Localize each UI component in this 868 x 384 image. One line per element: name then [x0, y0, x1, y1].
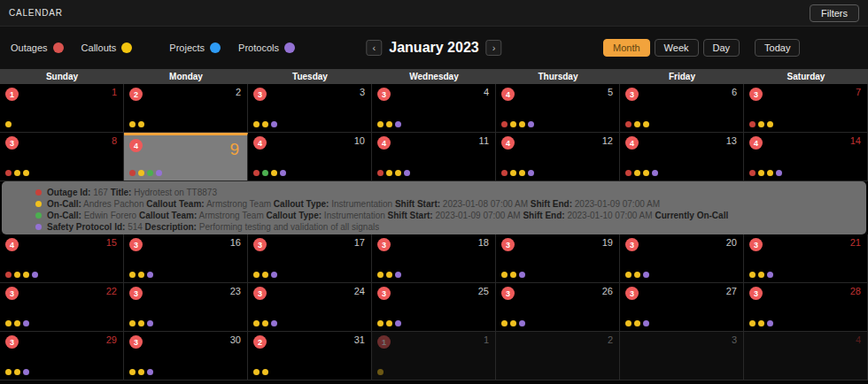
event-dots — [501, 170, 534, 176]
day-cell-16[interactable]: 316 — [124, 234, 248, 283]
event-dots — [625, 272, 649, 278]
month-title: January 2023 — [389, 40, 478, 56]
day-cell-10[interactable]: 410 — [248, 133, 372, 181]
day-cell-11[interactable]: 411 — [372, 133, 496, 181]
view-button-month[interactable]: Month — [603, 39, 650, 57]
yellow-event-dot — [138, 272, 144, 278]
yellow-event-dot — [377, 320, 384, 326]
day-cell-17[interactable]: 317 — [248, 234, 372, 283]
event-count-badge: 3 — [625, 287, 639, 300]
day-cell-25[interactable]: 325 — [372, 283, 496, 332]
app-title: CALENDAR — [9, 8, 63, 18]
day-cell-5[interactable]: 45 — [496, 84, 620, 133]
day-cell-13[interactable]: 413 — [620, 133, 744, 181]
day-cell-next-3[interactable]: 3 — [620, 332, 744, 380]
yellow-event-dot — [253, 272, 260, 278]
purple-event-dot — [271, 272, 277, 278]
legend-item-outages: Outages — [11, 42, 64, 53]
yellow-dot-icon — [35, 201, 42, 207]
day-cell-next-2[interactable]: 2 — [496, 332, 620, 380]
legend-dot-projects-icon — [210, 42, 221, 53]
event-count-badge: 4 — [501, 136, 515, 150]
event-dots — [5, 170, 29, 176]
day-number: 2 — [236, 87, 241, 97]
event-dots — [377, 369, 384, 375]
day-cell-4[interactable]: 34 — [372, 84, 496, 133]
day-number: 20 — [726, 237, 737, 248]
legend-dot-callouts-icon — [121, 42, 132, 53]
yellow-event-dot — [271, 170, 277, 176]
event-dots — [501, 121, 534, 127]
event-count-badge: 4 — [625, 136, 639, 150]
day-cell-7[interactable]: 37 — [744, 84, 868, 133]
day-header-row: SundayMondayTuesdayWednesdayThursdayFrid… — [0, 69, 868, 84]
yellow-event-dot — [501, 320, 508, 326]
red-event-dot — [501, 170, 508, 176]
day-cell-12[interactable]: 412 — [496, 133, 620, 181]
day-cell-14[interactable]: 414 — [744, 133, 868, 181]
day-cell-2[interactable]: 22 — [124, 84, 248, 133]
day-cell-30[interactable]: 330 — [124, 332, 248, 380]
yellow-event-dot — [510, 272, 516, 278]
yellow-event-dot — [5, 320, 12, 326]
filters-button[interactable]: Filters — [810, 4, 859, 22]
day-cell-26[interactable]: 326 — [496, 283, 620, 332]
yellow-event-dot — [510, 320, 516, 326]
day-number: 16 — [230, 237, 241, 248]
day-number: 29 — [106, 334, 117, 345]
yellow-event-dot — [386, 320, 392, 326]
event-count-badge: 1 — [377, 335, 391, 349]
red-event-dot — [749, 121, 756, 127]
day-cell-20[interactable]: 320 — [620, 234, 744, 283]
day-cell-next-4[interactable]: 4 — [744, 332, 868, 380]
legend-dot-outages-icon — [53, 42, 64, 53]
day-number: 11 — [479, 135, 489, 146]
event-count-badge: 4 — [749, 136, 763, 150]
day-cell-18[interactable]: 318 — [372, 234, 496, 283]
day-cell-31[interactable]: 231 — [248, 332, 372, 380]
yellow-event-dot — [253, 369, 260, 375]
yellow-event-dot — [510, 170, 516, 176]
day-cell-22[interactable]: 322 — [0, 283, 124, 332]
day-cell-28[interactable]: 328 — [744, 283, 868, 332]
day-cell-21[interactable]: 321 — [744, 234, 868, 283]
legend: OutagesCalloutsProjectsProtocols — [0, 42, 313, 53]
day-cell-19[interactable]: 319 — [496, 234, 620, 283]
legend-label-outages: Outages — [11, 42, 48, 53]
event-dots — [749, 121, 773, 127]
event-count-badge: 2 — [253, 335, 267, 349]
day-cell-27[interactable]: 327 — [620, 283, 744, 332]
yellow-event-dot — [14, 272, 20, 278]
day-number: 19 — [602, 237, 613, 248]
view-button-day[interactable]: Day — [703, 39, 740, 57]
purple-event-dot — [395, 272, 401, 278]
day-cell-9[interactable]: 49 — [124, 133, 248, 181]
day-cell-29[interactable]: 329 — [0, 332, 124, 380]
day-cell-23[interactable]: 323 — [124, 283, 248, 332]
day-cell-3[interactable]: 33 — [248, 84, 372, 133]
event-count-badge: 3 — [377, 238, 391, 251]
day-cell-next-1[interactable]: 11 — [372, 332, 496, 380]
red-event-dot — [377, 170, 384, 176]
view-button-week[interactable]: Week — [655, 39, 699, 57]
purple-event-dot — [776, 170, 782, 176]
day-cell-8[interactable]: 38 — [0, 133, 124, 181]
prev-month-button[interactable]: ‹ — [366, 40, 382, 56]
yellow-event-dot — [23, 272, 29, 278]
red-event-dot — [5, 170, 12, 176]
event-count-badge: 3 — [501, 238, 515, 251]
today-button[interactable]: Today — [755, 39, 800, 57]
purple-event-dot — [147, 272, 153, 278]
day-cell-1[interactable]: 11 — [0, 84, 124, 133]
day-cell-15[interactable]: 415 — [0, 234, 124, 283]
event-count-badge: 1 — [5, 88, 19, 101]
event-count-badge: 4 — [253, 136, 267, 150]
day-number: 21 — [850, 237, 861, 248]
day-cell-24[interactable]: 324 — [248, 283, 372, 332]
popover-text: On-Call: Edwin Forero Callout Team: Arms… — [47, 211, 728, 220]
purple-event-dot — [528, 170, 534, 176]
day-number: 27 — [726, 286, 737, 296]
next-month-button[interactable]: › — [486, 40, 502, 56]
day-cell-6[interactable]: 36 — [620, 84, 744, 133]
day-number: 8 — [112, 135, 117, 146]
